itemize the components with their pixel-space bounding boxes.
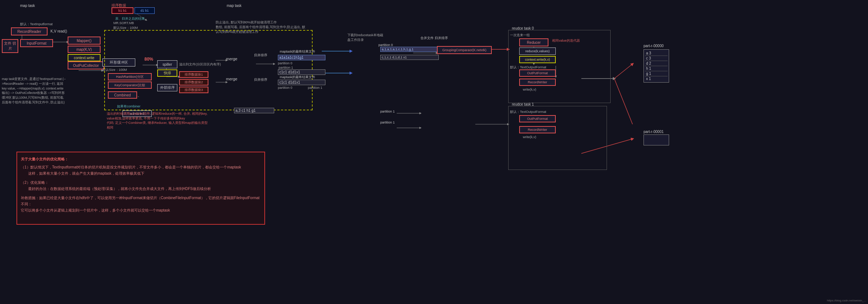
notes-point3: 补救措施：如果已经是大量小文件在hdfs中了，可以使用另一种InputForma…: [21, 195, 261, 213]
watermark: https://blog.csdn.net/weixin_...: [827, 299, 866, 302]
reducer-box: Reducer: [519, 38, 548, 46]
partition1-label-merge: partition 1: [279, 66, 293, 69]
part0-label: part-r-00000: [644, 44, 664, 48]
reduce-context-write-box: context.write(k,v): [519, 56, 556, 63]
parent-label: 亲、归并之后的结果: [115, 16, 145, 21]
output-format-box: OutPutFormat: [519, 69, 556, 77]
part0-row4: h 1: [645, 66, 668, 71]
svg-line-19: [614, 79, 633, 124]
partition1-left2: partition 1: [380, 121, 395, 124]
part0-row5: g 1: [645, 71, 668, 76]
map-task-label-right: map task: [227, 4, 242, 8]
grouping-box: GroupingComparaor(K.netxtk): [437, 46, 492, 54]
svg-line-18: [614, 64, 633, 79]
a3-data: a,3 c1 h1 g1: [234, 108, 274, 113]
partition0-label2: partition 0: [278, 86, 293, 90]
notes-point2-detail: 最好的办法：在数据处理系统的最前端（预处理/采集），就将小文件先合并成大文件，再…: [28, 186, 261, 192]
merge2-result: 归并排序: [254, 77, 267, 82]
left-note1: map task变更文件, 是通过TextInputFormat (-->Rec…: [2, 77, 66, 105]
sort-box1: b1 b1: [112, 7, 133, 14]
partition0-label: partition 0: [278, 61, 293, 65]
record-writer2-box: RecordWriter: [519, 126, 556, 133]
part0-row3: d 2: [645, 61, 668, 66]
file-split-box: 文件 切片: [2, 39, 18, 53]
maptask-final2: maptask的最终结果文件: [280, 75, 315, 80]
part0-row1: a 3: [645, 51, 668, 56]
part0-row6: x 1: [645, 76, 668, 81]
reduce-fn-box: reduce(k,values): [519, 48, 556, 55]
kv-read-label: K,V read(): [50, 29, 67, 33]
reduce-input2: c,1,c,1 d,1,d,1 x1: [380, 55, 439, 60]
write-kv2-label: write(k,v): [523, 135, 536, 139]
merge-sort-label: 合并文件 归并排序: [420, 36, 448, 41]
maptask-final-label: maptask的最终结果文件: [280, 49, 315, 54]
notes-title: 关于大量小文件的优化简略：: [21, 156, 261, 162]
partition1-left1: partition 1: [380, 110, 395, 113]
merge-data1: a1a1a1c1h1g1: [278, 55, 325, 60]
part1-label: part-r-00001: [644, 130, 664, 134]
merge2-label: merge: [226, 77, 237, 81]
part0-row2: c 3: [645, 56, 668, 61]
merge2-data: c1c1 d1d1x1: [278, 80, 325, 85]
reduce-task1-label: reudce task 1: [512, 102, 534, 106]
default-output2-label: 默认：TextOutputFormat: [510, 110, 546, 114]
write-kv-label: write(k,v): [523, 88, 536, 91]
download-label: 下载到reducetask本地磁盘工作目录: [347, 33, 384, 42]
merge-result-label: 归并排序: [254, 53, 267, 58]
map-task-label-left: map task: [20, 4, 35, 8]
output-format2-box: OutPutFormat: [519, 115, 556, 122]
notes-point2-title: （2）优化策略：: [21, 179, 261, 186]
context-write-box: context.write: [68, 54, 101, 61]
prevent-overflow-note: 防止溢出, 默认写到80%就开始做清理工作: [216, 20, 289, 25]
sort-box2: d1 b1: [135, 7, 155, 14]
partition1-label2: partition 1: [308, 86, 322, 90]
once-per-group-label: 一次迭来一组: [510, 33, 530, 38]
mr-sort-label: MR.SORT.MB: [113, 21, 134, 25]
input-format-box: InputFormat: [20, 39, 53, 47]
bottom-notes-section: 关于大量小文件的优化简略： （1）默认情况下，TextInputformat对任…: [16, 152, 265, 225]
record-reader-box: RecordReader: [11, 27, 48, 35]
merge-data2: c1c1 d1d1x1: [278, 69, 325, 75]
output-collector-box: OutPutCollector: [68, 61, 104, 69]
map-kv-box: map(K,V): [68, 46, 101, 53]
reduce-task0-label: reudce task 0: [512, 26, 534, 30]
merge-label: merge: [226, 57, 237, 61]
notes-point1-detail: 这样，如果有大量小文件，就会产生大量的maptask，处理效率极其低下: [28, 170, 261, 176]
default-format-label: 默认：TextInputformat: [20, 22, 53, 27]
key-value-iterator-label: 相同value的迭代器: [552, 38, 580, 43]
notes-point1-title: （1）默认情况下，TextInputformat对任务的切片机制是按文件规划切片…: [21, 164, 261, 170]
record-writer-box: RecordWriter: [519, 79, 556, 86]
mapper-box: Mapper(): [68, 37, 101, 45]
reduce-partition0-label: partition 0: [378, 43, 393, 47]
reduce-input1: a,1,a,1,a,1,c,1,h,1,g,1: [380, 47, 439, 52]
combiner-explanation: 溢出的时候调用combiner组件, 逻辑和reduce的一样, 合并, 相同的…: [107, 111, 209, 130]
